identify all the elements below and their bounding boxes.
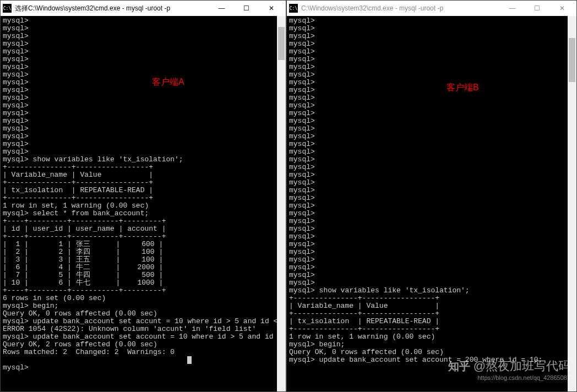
terminal-line: mysql> begin; bbox=[289, 341, 574, 349]
titlebar-a[interactable]: C:\ 选择C:\Windows\system32\cmd.exe - mysq… bbox=[1, 1, 286, 16]
terminal-line: mysql> bbox=[289, 32, 574, 40]
terminal-line: mysql> bbox=[289, 210, 574, 217]
terminal-line: mysql> bbox=[289, 71, 574, 79]
scrollbar-thumb-a[interactable] bbox=[278, 27, 285, 60]
terminal-line: mysql> bbox=[3, 140, 284, 148]
terminal-line: 6 rows in set (0.00 sec) bbox=[3, 295, 284, 302]
titlebar-b[interactable]: C:\ C:\Windows\system32\cmd.exe - mysql … bbox=[287, 1, 576, 16]
terminal-line: +----+---------+-----------+---------+ bbox=[3, 233, 284, 241]
terminal-window-a: C:\ 选择C:\Windows\system32\cmd.exe - mysq… bbox=[0, 0, 286, 392]
terminal-body-b[interactable]: 客户端B mysql>mysql>mysql>mysql>mysql>mysql… bbox=[287, 16, 576, 391]
terminal-line: | 2 | 2 | 李四 | 100 | bbox=[3, 248, 284, 256]
terminal-line: Query OK, 0 rows affected (0.00 sec) bbox=[3, 310, 284, 318]
terminal-line: Rows matched: 2 Changed: 2 Warnings: 0 bbox=[3, 349, 284, 356]
terminal-line: mysql> bbox=[3, 79, 284, 86]
scrollbar-thumb-b[interactable] bbox=[569, 38, 575, 82]
terminal-line: mysql> bbox=[3, 133, 284, 140]
terminal-line: mysql> bbox=[289, 102, 574, 110]
terminal-line: Query OK, 2 rows affected (0.00 sec) bbox=[3, 341, 284, 349]
scrollbar-a[interactable] bbox=[277, 16, 286, 391]
terminal-line: | id | user_id | user_name | account | bbox=[3, 225, 284, 233]
terminal-window-b: C:\ C:\Windows\system32\cmd.exe - mysql … bbox=[286, 0, 577, 392]
terminal-line: mysql> bbox=[3, 63, 284, 71]
terminal-line: mysql> bbox=[3, 364, 284, 372]
terminal-line: mysql> bbox=[289, 40, 574, 48]
maximize-button[interactable]: ☐ bbox=[234, 1, 259, 16]
terminal-line: mysql> update bank_account set account =… bbox=[289, 356, 574, 364]
terminal-line: mysql> bbox=[289, 241, 574, 248]
terminal-line: | 7 | 5 | 牛四 | 500 | bbox=[3, 271, 284, 279]
terminal-line: mysql> bbox=[3, 32, 284, 40]
terminal-line: mysql> bbox=[289, 148, 574, 156]
terminal-line: mysql> bbox=[3, 94, 284, 102]
terminal-line: mysql> bbox=[289, 140, 574, 148]
terminal-line: mysql> bbox=[3, 48, 284, 56]
terminal-line: mysql> bbox=[289, 56, 574, 63]
terminal-line: mysql> bbox=[3, 25, 284, 32]
close-button[interactable]: ✕ bbox=[259, 1, 284, 16]
terminal-line: mysql> update bank_account set account =… bbox=[3, 333, 284, 341]
terminal-line: | 1 | 1 | 张三 | 600 | bbox=[3, 241, 284, 248]
terminal-line: mysql> bbox=[3, 17, 284, 25]
terminal-line: mysql> bbox=[289, 125, 574, 133]
maximize-button[interactable]: ☐ bbox=[525, 1, 549, 16]
cmd-icon: C:\ bbox=[3, 4, 12, 13]
terminal-line: mysql> bbox=[3, 40, 284, 48]
terminal-line: ERROR 1054 (42S22): Unknown column 'accu… bbox=[3, 325, 284, 333]
terminal-line: mysql> bbox=[3, 110, 284, 117]
terminal-body-a[interactable]: 客户端A mysql>mysql>mysql>mysql>mysql>mysql… bbox=[1, 16, 286, 391]
title-a: 选择C:\Windows\system32\cmd.exe - mysql -u… bbox=[15, 4, 209, 13]
terminal-line: mysql> update bank_account set accunt = … bbox=[3, 318, 284, 325]
terminal-line: 1 row in set, 1 warning (0.00 sec) bbox=[3, 202, 284, 210]
terminal-line: mysql> bbox=[289, 194, 574, 202]
terminal-line: mysql> bbox=[289, 233, 574, 241]
terminal-line: | 6 | 4 | 牛二 | 2000 | bbox=[3, 264, 284, 271]
terminal-line: mysql> bbox=[3, 125, 284, 133]
terminal-line: mysql> bbox=[289, 202, 574, 210]
terminal-line: mysql> bbox=[289, 110, 574, 117]
scrollbar-b[interactable] bbox=[568, 16, 576, 391]
terminal-line: mysql> bbox=[3, 56, 284, 63]
terminal-line: mysql> bbox=[289, 17, 574, 25]
terminal-line: mysql> bbox=[3, 148, 284, 156]
terminal-line: +---------------+-----------------+ bbox=[3, 164, 284, 171]
terminal-line: mysql> bbox=[289, 279, 574, 287]
minimize-button[interactable]: — bbox=[209, 1, 234, 16]
cmd-icon: C:\ bbox=[289, 4, 298, 13]
terminal-line: | 10 | 6 | 牛七 | 1000 | bbox=[3, 279, 284, 287]
terminal-line: mysql> bbox=[289, 94, 574, 102]
title-b: C:\Windows\system32\cmd.exe - mysql -uro… bbox=[301, 4, 500, 12]
terminal-line: | Variable_name | Value | bbox=[289, 302, 574, 310]
terminal-line: mysql> bbox=[3, 86, 284, 94]
terminal-line: mysql> bbox=[289, 164, 574, 171]
terminal-line: mysql> bbox=[289, 133, 574, 140]
terminal-line: mysql> bbox=[289, 225, 574, 233]
terminal-line: mysql> bbox=[3, 102, 284, 110]
terminal-line: mysql> show variables like 'tx_isolation… bbox=[289, 287, 574, 295]
terminal-line: | tx_isolation | REPEATABLE-READ | bbox=[3, 187, 284, 194]
terminal-line: mysql> bbox=[289, 63, 574, 71]
terminal-line: mysql> bbox=[289, 25, 574, 32]
terminal-line bbox=[3, 356, 284, 364]
terminal-line: mysql> bbox=[289, 48, 574, 56]
terminal-line: +----+---------+-----------+---------+ bbox=[3, 287, 284, 295]
terminal-line: mysql> bbox=[289, 86, 574, 94]
terminal-line: | tx_isolation | REPEATABLE-READ | bbox=[289, 318, 574, 325]
terminal-line: mysql> show variables like 'tx_isolation… bbox=[3, 156, 284, 164]
terminal-line: mysql> bbox=[3, 117, 284, 125]
terminal-line: +---------------+-----------------+ bbox=[3, 179, 284, 187]
terminal-line: mysql> bbox=[3, 71, 284, 79]
terminal-line: mysql> bbox=[289, 156, 574, 164]
terminal-line: +---------------+-----------------+ bbox=[289, 295, 574, 302]
terminal-line: +---------------+-----------------+ bbox=[3, 194, 284, 202]
terminal-line: mysql> bbox=[289, 171, 574, 179]
close-button[interactable]: ✕ bbox=[549, 1, 574, 16]
terminal-line: mysql> bbox=[289, 264, 574, 271]
terminal-line: mysql> bbox=[289, 217, 574, 225]
terminal-line: mysql> bbox=[289, 256, 574, 264]
terminal-line: mysql> select * from bank_account; bbox=[3, 210, 284, 217]
minimize-button[interactable]: — bbox=[500, 1, 525, 16]
terminal-line: mysql> bbox=[289, 271, 574, 279]
terminal-line: +---------------+-----------------+ bbox=[289, 310, 574, 318]
terminal-line: mysql> bbox=[289, 248, 574, 256]
